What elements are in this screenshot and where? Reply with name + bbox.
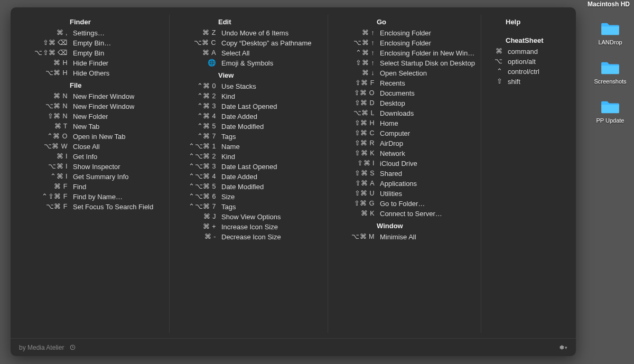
shortcut-row[interactable]: ⌃⇧⌘ FFind by Name… xyxy=(26,192,164,202)
shortcut-action: Get Summary Info xyxy=(68,172,128,182)
shortcut-row[interactable]: ⇧⌘ ODocuments xyxy=(333,88,476,98)
legend-row: ⌘command xyxy=(487,46,560,57)
shortcut-row[interactable]: ⌘ ↓Open Selection xyxy=(333,68,476,78)
sync-icon[interactable] xyxy=(69,344,76,351)
shortcut-keys: ⇧⌘ D xyxy=(333,98,375,108)
shortcut-row[interactable]: ⌘ ASelect All xyxy=(175,48,322,58)
shortcut-row[interactable]: 🌐Emoji & Symbols xyxy=(175,58,322,68)
shortcut-action: Connect to Server… xyxy=(375,209,442,219)
shortcut-row[interactable]: ⌃⌘ 0Use Stacks xyxy=(175,81,322,91)
shortcut-row[interactable]: ⇧⌘ HHome xyxy=(333,118,476,128)
shortcut-keys: ⌘ ↑ xyxy=(333,28,375,38)
shortcut-row[interactable]: ⇧⌘ ↑Select Startup Disk on Desktop xyxy=(333,58,476,68)
shortcut-row[interactable]: ⌃⌥⌘ 4Date Added xyxy=(175,172,322,182)
shortcut-action: Computer xyxy=(375,128,410,138)
shortcut-action: control/ctrl xyxy=(502,67,539,77)
shortcut-row[interactable]: ⇧⌘ AApplications xyxy=(333,179,476,189)
shortcut-row[interactable]: ⌥⌘ WClose All xyxy=(26,142,164,152)
shortcut-row[interactable]: ⌘ KConnect to Server… xyxy=(333,209,476,219)
shortcut-row[interactable]: ⌃⌘ 2Kind xyxy=(175,91,322,101)
shortcut-action: New Finder Window xyxy=(68,91,134,101)
shortcut-row[interactable]: ⌃⌥⌘ 7Tags xyxy=(175,202,322,212)
shortcut-keys: ⌃⌘ 7 xyxy=(175,132,216,142)
section-title: Edit xyxy=(218,18,322,26)
shortcut-keys: ⌥⌘ ↑ xyxy=(333,38,375,48)
credit-link[interactable]: by Media Atelier xyxy=(19,344,64,351)
shortcut-row[interactable]: ⇧⌘ IiCloud Drive xyxy=(333,158,476,169)
shortcut-row[interactable]: ⇧⌘ UUtilities xyxy=(333,189,476,199)
shortcut-row[interactable]: ⌘ TNew Tab xyxy=(26,122,164,132)
shortcut-row[interactable]: ⌃⌘ 7Tags xyxy=(175,132,322,142)
shortcut-keys: ⌥⌘ F xyxy=(26,202,68,212)
desktop-folder[interactable]: Screenshots xyxy=(594,60,626,85)
shortcut-row[interactable]: ⌘ IGet Info xyxy=(26,152,164,162)
shortcut-row[interactable]: ⌃⌘ 5Date Modified xyxy=(175,122,322,132)
shortcut-action: Select Startup Disk on Desktop xyxy=(375,58,475,68)
shortcut-action: Date Modified xyxy=(216,182,264,192)
shortcut-row[interactable]: ⇧⌘ RAirDrop xyxy=(333,138,476,148)
shortcut-row[interactable]: ⌥⌘ ↑Enclosing Folder xyxy=(333,38,476,48)
shortcut-row[interactable]: ⌥⌘ HHide Others xyxy=(26,68,164,78)
shortcut-keys: ⌥⌘ N xyxy=(26,101,68,111)
shortcut-row[interactable]: ⌃⌘ OOpen in New Tab xyxy=(26,132,164,142)
shortcut-action: Increase Icon Size xyxy=(216,222,278,232)
section-title: File xyxy=(70,81,164,89)
shortcut-row[interactable]: ⌥⌘ CCopy “Desktop” as Pathname xyxy=(175,38,322,48)
shortcut-action: Enclosing Folder xyxy=(375,28,431,38)
shortcut-row[interactable]: ⇧⌘ FRecents xyxy=(333,78,476,88)
shortcut-action: Open in New Tab xyxy=(68,132,126,142)
shortcut-row[interactable]: ⌃⌘ 4Date Added xyxy=(175,111,322,122)
shortcut-row[interactable]: ⌃⌥⌘ 6Size xyxy=(175,192,322,202)
shortcut-row[interactable]: ⌘ ,Settings… xyxy=(26,28,164,38)
shortcut-row[interactable]: ⌥⌘ NNew Finder Window xyxy=(26,101,164,111)
shortcut-keys: ⌥⌘ W xyxy=(26,142,68,152)
shortcut-row[interactable]: ⌘ -Decrease Icon Size xyxy=(175,232,322,242)
shortcut-row[interactable]: ⇧⌘ NNew Folder xyxy=(26,111,164,122)
shortcut-keys: ⌃⌘ I xyxy=(26,172,68,182)
shortcut-row[interactable]: ⌃⌥⌘ 1Name xyxy=(175,142,322,152)
shortcut-row[interactable]: ⇧⌘ CComputer xyxy=(333,128,476,138)
shortcut-row[interactable]: ⌃⌥⌘ 2Kind xyxy=(175,152,322,162)
shortcut-row[interactable]: ⌘ ZUndo Move of 6 Items xyxy=(175,28,322,38)
shortcut-row[interactable]: ⌘ +Increase Icon Size xyxy=(175,222,322,232)
desktop-folder[interactable]: LANDrop xyxy=(598,21,622,45)
shortcut-keys: ⌃⌘ 0 xyxy=(175,81,216,91)
desktop-folder[interactable]: PP Update xyxy=(596,99,624,124)
shortcut-keys: ⌥⌘ H xyxy=(26,68,68,78)
shortcut-keys: ⌘ , xyxy=(26,28,68,38)
shortcut-row[interactable]: ⇧⌘ KNetwork xyxy=(333,148,476,158)
shortcut-action: Name xyxy=(216,142,240,152)
shortcut-keys: ⇧⌘ ⌫ xyxy=(26,38,68,48)
shortcut-row[interactable]: ⌥⇧⌘ ⌫Empty Bin xyxy=(26,48,164,58)
shortcut-row[interactable]: ⇧⌘ GGo to Folder… xyxy=(333,199,476,209)
column: Go⌘ ↑Enclosing Folder⌥⌘ ↑Enclosing Folde… xyxy=(328,15,481,333)
shortcut-row[interactable]: ⌥⌘ FSet Focus To Search Field xyxy=(26,202,164,212)
shortcut-keys: ⌃⌥⌘ 4 xyxy=(175,172,216,182)
shortcut-row[interactable]: ⌃⌥⌘ 5Date Modified xyxy=(175,182,322,192)
shortcut-keys: ⇧⌘ U xyxy=(333,189,375,199)
shortcut-row[interactable]: ⌃⌘ 3Date Last Opened xyxy=(175,101,322,111)
shortcut-row[interactable]: ⌘ NNew Finder Window xyxy=(26,91,164,101)
shortcut-row[interactable]: ⌥⌘ LDownloads xyxy=(333,108,476,118)
shortcut-keys: ⌃⌘ 4 xyxy=(175,111,216,122)
shortcut-keys: ⌘ A xyxy=(175,48,216,58)
shortcut-action: Empty Bin… xyxy=(68,38,111,48)
shortcut-row[interactable]: ⇧⌘ ⌫Empty Bin… xyxy=(26,38,164,48)
shortcut-row[interactable]: ⌃⌘ ↑Enclosing Folder in New Window xyxy=(333,48,476,58)
shortcut-row[interactable]: ⌃⌥⌘ 3Date Last Opened xyxy=(175,162,322,172)
shortcut-row[interactable]: ⌃⌘ IGet Summary Info xyxy=(26,172,164,182)
footer: by Media Atelier ▾ xyxy=(11,338,576,356)
shortcut-row[interactable]: ⌘ ↑Enclosing Folder xyxy=(333,28,476,38)
shortcut-action: Settings… xyxy=(68,28,105,38)
shortcut-action: Select All xyxy=(216,48,249,58)
shortcut-row[interactable]: ⇧⌘ DDesktop xyxy=(333,98,476,108)
shortcut-row[interactable]: ⌘ FFind xyxy=(26,182,164,192)
shortcut-row[interactable]: ⇧⌘ SShared xyxy=(333,169,476,179)
shortcut-action: Network xyxy=(375,148,405,158)
shortcut-row[interactable]: ⌘ HHide Finder xyxy=(26,58,164,68)
settings-gear-icon[interactable]: ▾ xyxy=(557,344,567,351)
shortcut-keys: ⌘ ↓ xyxy=(333,68,375,78)
shortcut-row[interactable]: ⌘ JShow View Options xyxy=(175,212,322,222)
shortcut-row[interactable]: ⌥⌘ MMinimise All xyxy=(333,232,476,242)
shortcut-row[interactable]: ⌥⌘ IShow Inspector xyxy=(26,162,164,172)
